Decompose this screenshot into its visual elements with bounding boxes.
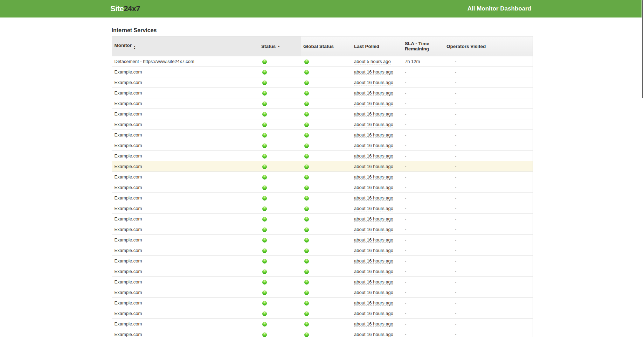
table-row[interactable]: Defacement - https://www.site24x7.com ab… xyxy=(112,56,533,67)
operators-visited-value: - xyxy=(455,143,456,148)
table-row[interactable]: Example.com about 16 hours ago - - xyxy=(112,277,533,287)
table-row[interactable]: Example.com about 16 hours ago - - xyxy=(112,67,533,77)
last-polled-link[interactable]: about 16 hours ago xyxy=(354,195,393,201)
last-polled-link[interactable]: about 16 hours ago xyxy=(354,90,393,96)
status-up-icon xyxy=(262,154,267,159)
table-row[interactable]: Example.com about 16 hours ago - - xyxy=(112,151,533,161)
last-polled-link[interactable]: about 16 hours ago xyxy=(354,143,393,148)
table-row[interactable]: Example.com about 16 hours ago - - xyxy=(112,319,533,329)
status-up-icon xyxy=(262,227,267,232)
sla-time-remaining-value: - xyxy=(405,195,406,201)
last-polled-link[interactable]: about 16 hours ago xyxy=(354,269,393,274)
last-polled-link[interactable]: about 16 hours ago xyxy=(354,311,393,316)
table-row[interactable]: Example.com about 16 hours ago - - xyxy=(112,298,533,308)
column-header-global-status[interactable]: Global Status xyxy=(301,36,352,56)
last-polled-link[interactable]: about 16 hours ago xyxy=(354,258,393,264)
table-row[interactable]: Example.com about 16 hours ago - - xyxy=(112,308,533,319)
last-polled-link[interactable]: about 16 hours ago xyxy=(354,153,393,159)
table-row[interactable]: Example.com about 16 hours ago - - xyxy=(112,161,533,172)
last-polled-link[interactable]: about 16 hours ago xyxy=(354,80,393,85)
last-polled-link[interactable]: about 16 hours ago xyxy=(354,300,393,306)
table-row[interactable]: Example.com about 16 hours ago - - xyxy=(112,329,533,337)
last-polled-link[interactable]: about 16 hours ago xyxy=(354,290,393,295)
table-row[interactable]: Example.com about 16 hours ago - - xyxy=(112,98,533,109)
operators-visited-value: - xyxy=(455,122,456,127)
global-status-up-icon xyxy=(304,259,309,264)
sort-ascending-icon: ▲ xyxy=(277,45,280,48)
sla-time-remaining-value: - xyxy=(405,269,406,274)
last-polled-link[interactable]: about 16 hours ago xyxy=(354,164,393,169)
last-polled-link[interactable]: about 16 hours ago xyxy=(354,174,393,180)
table-row[interactable]: Example.com about 16 hours ago - - xyxy=(112,109,533,119)
vertical-scrollbar xyxy=(642,0,644,337)
last-polled-link[interactable]: about 16 hours ago xyxy=(354,185,393,190)
table-row[interactable]: Example.com about 16 hours ago - - xyxy=(112,214,533,224)
status-up-icon xyxy=(262,91,267,96)
last-polled-link[interactable]: about 16 hours ago xyxy=(354,248,393,253)
table-row[interactable]: Example.com about 16 hours ago - - xyxy=(112,77,533,88)
last-polled-link[interactable]: about 16 hours ago xyxy=(354,237,393,243)
table-row[interactable]: Example.com about 16 hours ago - - xyxy=(112,203,533,214)
sla-time-remaining-value: - xyxy=(405,143,406,148)
section-title: Internet Services xyxy=(112,27,533,34)
sla-time-remaining-value: - xyxy=(405,90,406,96)
global-status-up-icon xyxy=(304,311,309,316)
global-status-up-icon xyxy=(304,196,309,201)
operators-visited-value: - xyxy=(455,164,456,169)
monitor-name: Example.com xyxy=(115,300,142,306)
sla-time-remaining-value: - xyxy=(405,216,406,222)
table-row[interactable]: Example.com about 16 hours ago - - xyxy=(112,130,533,140)
sla-time-remaining-value: - xyxy=(405,237,406,243)
table-row[interactable]: Example.com about 16 hours ago - - xyxy=(112,88,533,98)
table-row[interactable]: Example.com about 16 hours ago - - xyxy=(112,245,533,256)
table-row[interactable]: Example.com about 16 hours ago - - xyxy=(112,235,533,245)
monitor-name: Example.com xyxy=(115,69,142,75)
table-row[interactable]: Example.com about 16 hours ago - - xyxy=(112,193,533,203)
global-status-up-icon xyxy=(304,206,309,211)
table-row[interactable]: Example.com about 16 hours ago - - xyxy=(112,256,533,266)
sla-time-remaining-value: - xyxy=(405,185,406,190)
table-row[interactable]: Example.com about 16 hours ago - - xyxy=(112,224,533,235)
status-up-icon xyxy=(262,248,267,253)
table-row[interactable]: Example.com about 16 hours ago - - xyxy=(112,119,533,130)
table-row[interactable]: Example.com about 16 hours ago - - xyxy=(112,182,533,193)
last-polled-link[interactable]: about 16 hours ago xyxy=(354,321,393,327)
status-up-icon xyxy=(262,238,267,243)
last-polled-link[interactable]: about 16 hours ago xyxy=(354,122,393,127)
table-row[interactable]: Example.com about 16 hours ago - - xyxy=(112,140,533,151)
sla-time-remaining-value: - xyxy=(405,101,406,106)
operators-visited-value: - xyxy=(455,132,456,138)
last-polled-link[interactable]: about 16 hours ago xyxy=(354,69,393,75)
last-polled-link[interactable]: about 16 hours ago xyxy=(354,216,393,222)
operators-visited-value: - xyxy=(455,80,456,85)
scrollbar-thumb[interactable] xyxy=(642,0,643,98)
last-polled-link[interactable]: about 16 hours ago xyxy=(354,279,393,285)
operators-visited-value: - xyxy=(455,258,456,264)
global-status-up-icon xyxy=(304,101,309,106)
table-row[interactable]: Example.com about 16 hours ago - - xyxy=(112,266,533,277)
column-header-operators-visited[interactable]: Operators Visited xyxy=(444,36,533,56)
last-polled-link[interactable]: about 16 hours ago xyxy=(354,132,393,138)
last-polled-link[interactable]: about 16 hours ago xyxy=(354,111,393,117)
monitor-name: Example.com xyxy=(115,111,142,117)
operators-visited-value: - xyxy=(455,300,456,306)
table-row[interactable]: Example.com about 16 hours ago - - xyxy=(112,287,533,298)
last-polled-link[interactable]: about 16 hours ago xyxy=(354,101,393,106)
sla-time-remaining-value: - xyxy=(405,132,406,138)
last-polled-link[interactable]: about 5 hours ago xyxy=(354,59,391,64)
column-header-status[interactable]: Status▲ xyxy=(259,36,301,56)
table-row[interactable]: Example.com about 16 hours ago - - xyxy=(112,172,533,182)
monitor-name: Example.com xyxy=(115,332,142,337)
sla-time-remaining-value: - xyxy=(405,164,406,169)
column-header-monitor[interactable]: Monitor▲▼ xyxy=(112,36,259,56)
global-status-up-icon xyxy=(304,112,309,117)
monitor-name: Example.com xyxy=(115,321,142,327)
last-polled-link[interactable]: about 16 hours ago xyxy=(354,227,393,232)
column-header-sla-time-remaining[interactable]: SLA - Time Remaining xyxy=(402,36,444,56)
monitor-name: Example.com xyxy=(115,174,142,180)
sort-both-icon: ▲▼ xyxy=(133,45,136,50)
column-header-last-polled[interactable]: Last Polled xyxy=(352,36,402,56)
last-polled-link[interactable]: about 16 hours ago xyxy=(354,332,393,337)
status-up-icon xyxy=(262,185,267,190)
last-polled-link[interactable]: about 16 hours ago xyxy=(354,206,393,211)
